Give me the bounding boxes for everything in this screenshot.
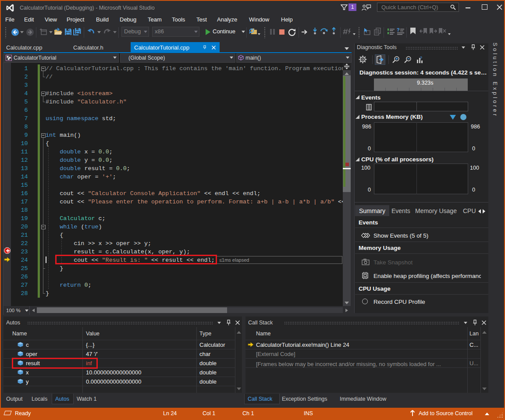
svg-text:?: ? xyxy=(420,56,422,60)
svg-text:?: ? xyxy=(397,28,400,32)
